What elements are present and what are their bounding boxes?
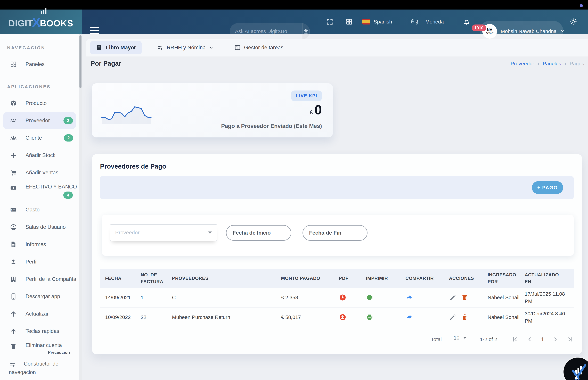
kpi-value: € 0: [310, 103, 322, 116]
brand-x-mark: X: [32, 15, 41, 30]
sidebar-item-constructor-navegacion[interactable]: Constructor de navegacion: [0, 357, 79, 379]
ai-search: [230, 23, 310, 39]
search-input[interactable]: [230, 23, 302, 39]
spain-flag-icon[interactable]: [362, 19, 370, 24]
kpi-number: 0: [315, 103, 322, 116]
table-row: 14/09/2021 1 C € 2,358 Nabeel Sohail 17/…: [100, 288, 574, 307]
svg-text:$: $: [11, 208, 13, 211]
col-actualizado: ACTUALIZADO EN: [520, 271, 574, 285]
sidebar-item-anadir-ventas[interactable]: Añadir Ventas: [0, 164, 79, 181]
sidebar-item-eliminar-cuenta[interactable]: Eliminar cuenta Precaucion: [0, 340, 79, 357]
brand-fab-button[interactable]: [563, 357, 588, 380]
module-tabstrip: Libro Mayor RRHH y Nómina Gestor de tare…: [86, 39, 588, 57]
first-page-icon[interactable]: [512, 336, 519, 342]
delete-trash-icon[interactable]: [461, 313, 468, 321]
edit-pencil-icon[interactable]: [449, 313, 456, 321]
add-payment-button[interactable]: + PAGO: [532, 181, 563, 194]
cell-actualizado-en: 30/Dec/2024 8:40 PM: [520, 310, 574, 325]
sidebar-item-efectivo-y-banco[interactable]: EFECTIVO Y BANCO 4: [0, 181, 79, 201]
supplier-select[interactable]: Proveedor: [110, 224, 217, 241]
currency-exchange-icon[interactable]: $€: [410, 17, 419, 27]
tab-rrhh-nomina[interactable]: RRHH y Nómina: [151, 41, 219, 54]
share-icon[interactable]: [405, 313, 413, 321]
bell-icon[interactable]: [462, 18, 471, 26]
breadcrumb-separator: ›: [565, 61, 566, 67]
arrow-up-icon: [10, 328, 17, 335]
dashboard-icon: [10, 61, 17, 68]
svg-text:€: €: [416, 20, 417, 23]
cell-proveedor: Mubeen Purchase Return: [167, 313, 276, 321]
tab-libro-mayor[interactable]: Libro Mayor: [90, 41, 142, 54]
document-icon: [10, 241, 17, 248]
col-factura: NO. DE FACTURA: [136, 271, 167, 285]
menu-icon[interactable]: [90, 27, 99, 34]
notification-badge[interactable]: 1910: [472, 24, 486, 31]
col-pdf: PDF: [334, 275, 361, 282]
pagination: Total 10 1-2 of 2 1: [100, 332, 574, 347]
cell-monto: € 2,358: [276, 294, 334, 301]
edit-pencil-icon[interactable]: [449, 294, 456, 301]
breadcrumb: Proveedor › Paneles › Pagos: [511, 61, 584, 67]
tab-label: RRHH y Nómina: [167, 45, 206, 51]
pdf-download-icon[interactable]: [339, 313, 346, 321]
cell-ingresado-por: Nabeel Sohail: [482, 313, 520, 321]
next-page-icon[interactable]: [552, 336, 559, 342]
col-fecha: FECHA: [100, 275, 136, 282]
sidebar-item-descargar-app[interactable]: Descargar app: [0, 288, 79, 305]
sidebar-scrollbar-thumb[interactable]: [79, 35, 81, 88]
proveedor-count-badge: 2: [63, 117, 73, 124]
status-dot: [580, 4, 583, 7]
sidebar-item-cliente[interactable]: Cliente 2: [0, 129, 79, 147]
delete-trash-icon[interactable]: [461, 294, 468, 301]
print-icon[interactable]: [366, 294, 374, 301]
fullscreen-icon[interactable]: [326, 18, 333, 25]
col-ingresado: INGRESADO POR: [482, 271, 520, 285]
language-label[interactable]: Spanish: [374, 19, 392, 25]
building-icon: [10, 276, 17, 283]
sidebar-item-perfil[interactable]: Perfil: [0, 253, 79, 270]
chevron-down-icon: [560, 28, 565, 34]
end-date-input[interactable]: Fecha de Fin: [303, 225, 367, 241]
people-group-icon: [10, 134, 17, 142]
apps-grid-icon[interactable]: [345, 18, 353, 25]
breadcrumb-proveedor[interactable]: Proveedor: [511, 61, 534, 67]
sidebar-item-actualizar[interactable]: Actualizar: [0, 305, 79, 323]
sidebar-item-gasto[interactable]: $ Gasto: [0, 201, 79, 218]
last-page-icon[interactable]: [567, 336, 574, 342]
tab-gestor-de-tareas[interactable]: Gestor de tareas: [228, 41, 289, 54]
sidebar-scrollbar[interactable]: [79, 34, 82, 380]
sidebar-item-informes[interactable]: Informes: [0, 236, 79, 253]
sidebar-item-salas-de-usuario[interactable]: Salas de Usuario: [0, 218, 79, 236]
brand-logo: DIGITXBOOKS: [0, 10, 82, 34]
cell-fecha: 14/09/2021: [100, 294, 136, 301]
col-monto: MONTO PAGADO: [276, 275, 334, 282]
sidebar-item-anadir-stock[interactable]: Añadir Stock: [0, 147, 79, 164]
sidebar-item-producto[interactable]: Producto: [0, 95, 79, 112]
arrow-up-icon: [10, 310, 17, 317]
sidebar-item-teclas-rapidas[interactable]: Teclas rapidas: [0, 323, 79, 340]
prev-page-icon[interactable]: [526, 336, 533, 342]
robot-icon[interactable]: [302, 23, 309, 39]
cliente-count-badge: 2: [64, 134, 73, 142]
sidebar-item-paneles[interactable]: Paneles: [0, 56, 79, 73]
brand-bars-icon: [41, 8, 46, 14]
sidebar-item-proveedor[interactable]: Proveedor 2: [3, 112, 76, 129]
cell-actualizado-en: 17/Jul/2025 11:08 PM: [520, 290, 574, 305]
sidebar-section-navegacion: NAVEGACIÓN: [7, 45, 79, 51]
package-search-icon[interactable]: [309, 23, 310, 39]
share-icon[interactable]: [405, 294, 413, 301]
page-size-select[interactable]: 10: [453, 335, 468, 344]
start-date-input[interactable]: Fecha de Inicio: [226, 225, 291, 241]
print-icon[interactable]: [366, 313, 374, 321]
currency-label[interactable]: Moneda: [425, 19, 444, 25]
breadcrumb-paneles[interactable]: Paneles: [543, 61, 561, 67]
gear-icon[interactable]: [569, 18, 577, 26]
live-kpi-badge: LIVE KPI: [291, 91, 322, 101]
supplier-select-placeholder: Proveedor: [115, 230, 208, 236]
kpi-currency: €: [310, 109, 313, 116]
col-proveedores: PROVEEDORES: [167, 275, 276, 282]
pdf-download-icon[interactable]: [339, 294, 346, 301]
svg-text:$: $: [412, 20, 413, 23]
current-page[interactable]: 1: [541, 336, 544, 342]
sidebar-item-perfil-compania[interactable]: Perfil de la Compañía: [0, 270, 79, 288]
